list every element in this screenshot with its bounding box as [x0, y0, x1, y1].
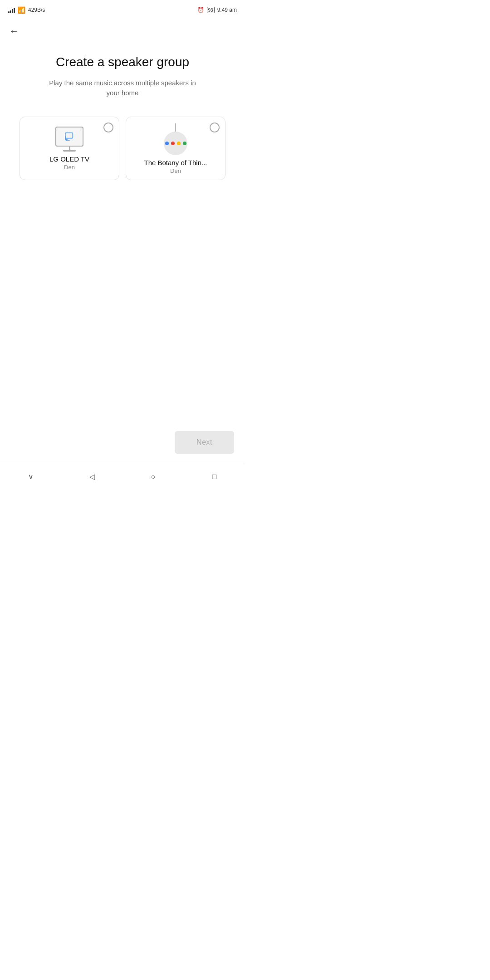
cast-icon	[63, 132, 76, 142]
dot-blue	[165, 142, 169, 145]
network-speed: 429B/s	[28, 7, 45, 13]
device-card-lg-oled-tv[interactable]: LG OLED TV Den	[20, 117, 119, 180]
next-button[interactable]: Next	[175, 431, 234, 454]
svg-rect-0	[65, 133, 73, 138]
nav-home-icon: ○	[151, 473, 156, 481]
device-name-botany: The Botany of Thin...	[144, 159, 207, 167]
battery-level: 93	[208, 8, 213, 13]
status-right: ⏰ 93 9:49 am	[197, 7, 237, 13]
next-button-wrap: Next	[175, 431, 234, 454]
nav-back-button[interactable]: ◁	[83, 468, 101, 486]
battery-indicator: 93	[207, 7, 215, 13]
status-left: 📶 429B/s	[8, 6, 45, 14]
tv-screen	[55, 127, 83, 147]
tv-icon	[55, 127, 83, 152]
page-title: Create a speaker group	[56, 54, 189, 70]
nav-down-button[interactable]: ∨	[22, 468, 40, 486]
status-bar: 📶 429B/s ⏰ 93 9:49 am	[0, 0, 245, 18]
device-select-radio-lg-oled-tv[interactable]	[103, 122, 113, 132]
nav-back-icon: ◁	[89, 472, 95, 481]
tv-stand-neck	[69, 147, 70, 150]
device-cards-row: LG OLED TV Den The Botany of Thin... Den	[11, 117, 234, 180]
nav-down-icon: ∨	[28, 472, 34, 481]
nav-recents-icon: □	[212, 473, 217, 481]
device-room-botany: Den	[170, 167, 181, 174]
tv-stand-base	[63, 150, 76, 152]
dot-green	[183, 142, 186, 145]
dot-red	[171, 142, 175, 145]
main-content: Create a speaker group Play the same mus…	[0, 41, 245, 180]
alarm-icon: ⏰	[197, 7, 204, 13]
device-select-radio-botany[interactable]	[210, 122, 220, 132]
mini-body	[164, 132, 187, 155]
device-room-lg-oled-tv: Den	[64, 164, 75, 171]
mini-cord	[175, 123, 176, 132]
clock: 9:49 am	[217, 7, 237, 13]
back-arrow-icon: ←	[9, 25, 19, 37]
page-subtitle: Play the same music across multiple spea…	[45, 78, 200, 98]
dot-yellow	[177, 142, 181, 145]
signal-icon	[8, 7, 15, 13]
nav-recents-button[interactable]: □	[206, 468, 224, 486]
nav-home-button[interactable]: ○	[144, 468, 162, 486]
back-button[interactable]: ←	[0, 18, 245, 41]
android-nav-bar: ∨ ◁ ○ □	[0, 463, 245, 490]
wifi-icon: 📶	[18, 6, 25, 14]
device-name-lg-oled-tv: LG OLED TV	[49, 155, 89, 163]
device-card-botany[interactable]: The Botany of Thin... Den	[126, 117, 225, 180]
google-mini-icon	[164, 123, 187, 155]
